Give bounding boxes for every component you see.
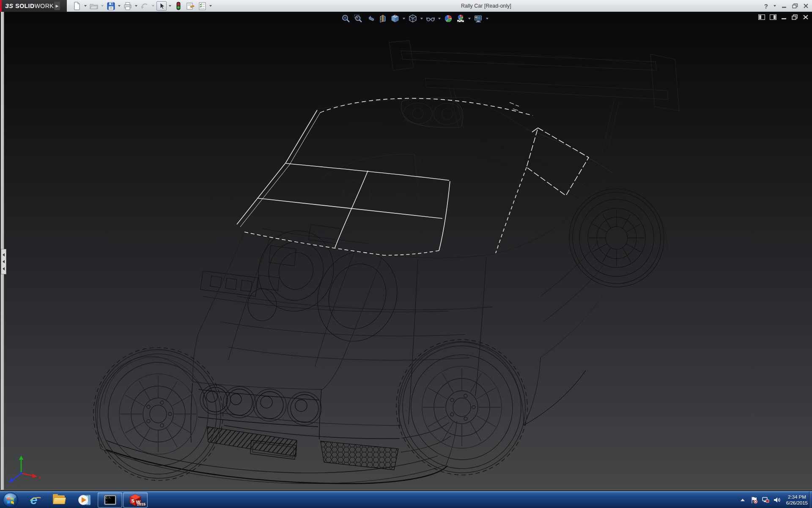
undo-dropdown[interactable] xyxy=(152,5,154,7)
print-dropdown[interactable] xyxy=(135,5,137,7)
view-settings-button[interactable] xyxy=(473,14,483,24)
taskbar-windows-explorer[interactable] xyxy=(47,492,71,508)
edit-appearance-button[interactable] xyxy=(443,14,453,24)
menu-expand-arrow[interactable]: ▶ xyxy=(54,2,60,10)
rear-wing-wireframe xyxy=(389,41,679,153)
interior-wireframe xyxy=(296,154,455,250)
view-orientation-label: *Dimetric xyxy=(6,483,30,490)
solidworks-year-label: 2015 xyxy=(137,502,145,506)
minimize-doc-icon[interactable] xyxy=(781,14,787,20)
view-orientation-dropdown[interactable] xyxy=(403,18,405,19)
rear-right-wheel xyxy=(564,184,669,292)
new-document-dropdown[interactable] xyxy=(84,5,87,7)
body-flow-lines xyxy=(203,53,656,366)
window-title: Rally Car [Read-only] xyxy=(461,3,511,9)
close-button[interactable] xyxy=(803,3,809,8)
help-button[interactable]: ? xyxy=(764,3,768,10)
tile-right-icon[interactable] xyxy=(770,14,776,20)
taskbar-internet-explorer[interactable]: e xyxy=(22,492,46,508)
apply-scene-dropdown[interactable] xyxy=(468,18,471,19)
chevron-up-icon xyxy=(741,499,745,501)
headsup-view-toolbar xyxy=(341,13,489,24)
media-player-icon xyxy=(77,494,92,506)
section-view-button[interactable] xyxy=(378,14,388,24)
main-toolbar xyxy=(72,1,212,11)
close-doc-icon[interactable] xyxy=(803,14,809,20)
document-window-controls xyxy=(758,14,809,20)
rebuild-button[interactable] xyxy=(173,1,184,11)
speaker-icon xyxy=(773,496,781,504)
hide-show-items-button[interactable] xyxy=(425,14,436,24)
windows-explorer-icon xyxy=(53,495,66,505)
zoom-to-fit-button[interactable] xyxy=(341,14,351,24)
new-document-button[interactable] xyxy=(72,1,82,11)
save-dropdown[interactable] xyxy=(118,5,121,7)
system-tray: 2:34 PM 6/26/2015 xyxy=(739,491,808,508)
network-error-icon xyxy=(762,496,769,504)
taskbar-clock[interactable]: 2:34 PM 6/26/2015 xyxy=(786,494,808,506)
car-wireframe xyxy=(0,12,812,491)
open-button[interactable] xyxy=(89,1,99,11)
restore-button[interactable] xyxy=(792,3,798,8)
graphics-viewport[interactable]: x *Dimetric xyxy=(0,12,812,491)
options-dropdown[interactable] xyxy=(209,5,212,7)
taskbar-command-prompt[interactable]: C:\_ xyxy=(98,492,122,508)
taskbar-solidworks-2015[interactable]: S W 2015 xyxy=(123,492,148,508)
minimize-button[interactable] xyxy=(782,3,787,8)
view-settings-dropdown[interactable] xyxy=(486,18,488,19)
file-properties-button[interactable] xyxy=(185,1,195,11)
taskbar-media-player[interactable] xyxy=(72,492,97,508)
display-style-dropdown[interactable] xyxy=(420,18,423,19)
open-dropdown[interactable] xyxy=(101,5,104,7)
options-button[interactable] xyxy=(197,1,207,11)
undo-button[interactable] xyxy=(140,1,150,11)
window-controls: ? xyxy=(764,2,809,10)
brand-text: ЗSSOLIDWORKS xyxy=(5,3,58,9)
flag-alert-icon xyxy=(750,496,758,504)
engine-bay-wireframe xyxy=(200,221,409,353)
brand-mark: ЗS xyxy=(5,3,13,9)
print-button[interactable] xyxy=(123,1,133,11)
feature-panel-collapse-handle[interactable] xyxy=(1,249,6,274)
brand-accent-stripe xyxy=(0,0,2,12)
taskbar: e C:\_ S W 2015 xyxy=(0,491,812,508)
orientation-triad: x xyxy=(6,455,44,487)
restore-doc-icon[interactable] xyxy=(792,14,798,20)
hide-show-items-dropdown[interactable] xyxy=(438,18,441,19)
view-orientation-button[interactable] xyxy=(390,14,400,24)
clock-time: 2:34 PM xyxy=(786,494,808,500)
titlebar: ЗSSOLIDWORKS ▶ Rally Car [R xyxy=(0,0,812,12)
svg-text:S: S xyxy=(132,498,134,503)
clock-date: 6/26/2015 xyxy=(786,500,808,506)
triad-x-label: x xyxy=(38,475,41,480)
previous-view-button[interactable] xyxy=(365,14,376,24)
network-status-button[interactable] xyxy=(762,496,769,504)
volume-button[interactable] xyxy=(773,496,781,504)
help-dropdown[interactable] xyxy=(774,5,776,7)
collapse-arrow-icon xyxy=(3,267,5,271)
show-desktop-button[interactable] xyxy=(809,491,812,508)
select-dropdown[interactable] xyxy=(169,5,171,7)
rear-left-wheel xyxy=(390,333,534,482)
tail-lights-wireframe xyxy=(401,99,463,127)
collapse-arrow-icon xyxy=(3,253,5,257)
show-hidden-icons-button[interactable] xyxy=(739,496,746,504)
action-center-button[interactable] xyxy=(750,496,758,504)
internet-explorer-icon: e xyxy=(30,494,38,506)
command-prompt-icon: C:\_ xyxy=(104,495,116,505)
zoom-to-area-button[interactable] xyxy=(353,14,363,24)
apply-scene-button[interactable] xyxy=(455,14,466,24)
select-button[interactable] xyxy=(156,1,167,11)
tile-left-icon[interactable] xyxy=(758,14,765,20)
start-button[interactable] xyxy=(0,491,21,508)
save-button[interactable] xyxy=(106,1,116,11)
display-style-button[interactable] xyxy=(408,14,418,24)
collapse-arrow-icon xyxy=(3,260,5,263)
